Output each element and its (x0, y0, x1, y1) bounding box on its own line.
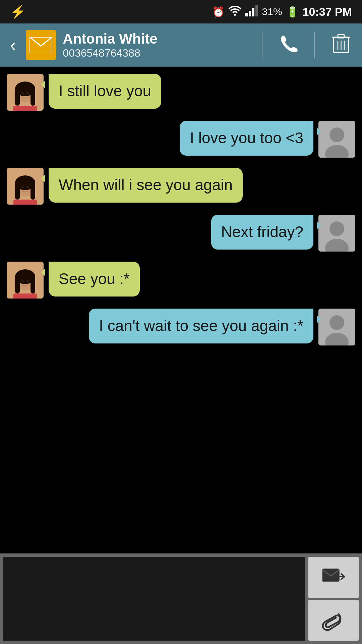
contact-avatar (7, 74, 44, 111)
wifi-icon (229, 4, 241, 19)
message-bubble: When will i see you again (49, 168, 243, 203)
bottom-action-buttons (308, 553, 362, 644)
battery-icon: 🔋 (286, 6, 299, 18)
svg-rect-1 (249, 11, 251, 16)
envelope-icon (26, 30, 56, 60)
message-row: I still love you (7, 74, 355, 111)
message-bubble: Next friday? (211, 215, 313, 250)
my-avatar (318, 309, 355, 345)
svg-rect-0 (245, 13, 248, 16)
svg-point-44 (15, 270, 35, 281)
svg-rect-34 (13, 200, 37, 205)
message-bubble: I love you too <3 (180, 121, 313, 156)
message-row: I can't wait to see you again :* (7, 309, 355, 345)
svg-point-36 (329, 221, 344, 236)
message-text: When will i see you again (59, 176, 233, 194)
message-row: Next friday? (7, 215, 355, 252)
contact-avatar (7, 262, 44, 299)
svg-rect-21 (13, 106, 37, 111)
contact-phone: 0036548764388 (63, 47, 250, 59)
attach-button[interactable] (308, 600, 359, 641)
message-text: I can't wait to see you again :* (99, 317, 303, 334)
delete-button[interactable] (327, 33, 355, 57)
svg-point-18 (15, 83, 35, 93)
message-row: See you :* (7, 262, 355, 299)
contact-avatar (7, 168, 44, 205)
header-divider (262, 32, 262, 58)
back-button[interactable]: ‹ (7, 35, 19, 55)
svg-point-32 (21, 185, 24, 189)
svg-point-33 (26, 185, 29, 189)
svg-rect-2 (252, 8, 254, 16)
status-bar: ⚡ ⏰ 31% 🔋 10:37 PM (0, 0, 362, 23)
my-avatar (318, 215, 355, 252)
signal-icon (245, 4, 258, 19)
message-row: I love you too <3 (7, 121, 355, 158)
svg-rect-47 (13, 293, 37, 299)
header-divider2 (314, 32, 315, 58)
alarm-icon: ⏰ (212, 6, 225, 18)
send-button[interactable] (308, 557, 359, 598)
svg-point-31 (15, 176, 35, 187)
svg-rect-8 (338, 35, 344, 38)
svg-rect-51 (322, 569, 339, 582)
time-display: 10:37 PM (303, 5, 352, 18)
bottom-bar (0, 553, 362, 644)
svg-rect-3 (255, 5, 258, 16)
message-bubble: I still love you (49, 74, 161, 109)
message-text: I love you too <3 (190, 129, 303, 147)
svg-point-20 (26, 92, 29, 95)
usb-icon: ⚡ (10, 4, 26, 19)
svg-point-45 (21, 279, 24, 283)
message-bubble: See you :* (49, 262, 140, 297)
my-avatar (318, 121, 355, 158)
conversation-header: ‹ Antonia White 0036548764388 (0, 23, 362, 67)
chat-area: I still love you I love you too <3 (0, 67, 362, 597)
status-bar-right: ⏰ 31% 🔋 10:37 PM (212, 4, 352, 19)
message-row: When will i see you again (7, 168, 355, 205)
battery-percent: 31% (262, 6, 282, 17)
svg-point-23 (329, 127, 344, 142)
status-bar-left: ⚡ (10, 4, 26, 19)
message-text: I still love you (59, 82, 151, 100)
message-input[interactable] (3, 557, 305, 641)
call-button[interactable] (274, 34, 303, 56)
svg-point-46 (26, 279, 29, 283)
message-text: See you :* (59, 270, 130, 287)
contact-name: Antonia White (63, 31, 250, 47)
svg-point-19 (21, 92, 24, 95)
message-text: Next friday? (221, 223, 303, 240)
svg-rect-4 (29, 36, 53, 54)
svg-point-49 (329, 315, 344, 330)
contact-info: Antonia White 0036548764388 (63, 31, 250, 59)
message-bubble: I can't wait to see you again :* (89, 309, 313, 343)
